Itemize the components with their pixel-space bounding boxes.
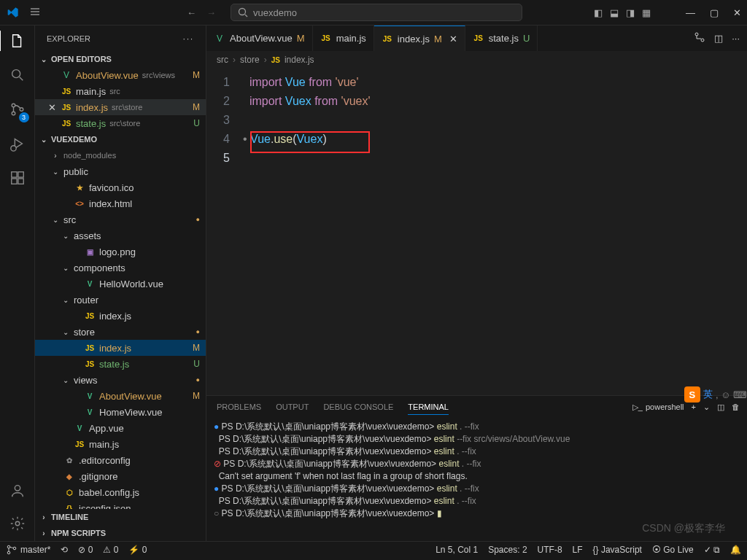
activity-debug-icon[interactable] [9,136,26,154]
editor-tab[interactable]: JSindex.js M✕ [374,26,465,51]
command-center[interactable]: vuexdemo [231,4,522,21]
status-prettier[interactable]: ✓ ⧉ [704,545,720,555]
watermark: CSDN @极客李华 [642,522,725,535]
search-icon [237,7,249,18]
open-editor-item[interactable]: VAboutView.vue src\viewsM [35,67,206,83]
status-bell-icon[interactable]: 🔔 [730,545,741,555]
editor-tab[interactable]: JSstate.js U [465,26,538,51]
activity-account-icon[interactable] [9,483,26,501]
open-editor-item[interactable]: JSstate.js src\storeU [35,115,206,131]
project-header[interactable]: ⌄VUEXDEMO [35,131,206,147]
svg-point-2 [12,104,15,107]
status-lang[interactable]: {} JavaScript [593,545,642,555]
file-tree-item[interactable]: JSindex.jsM [35,340,206,356]
file-tree-item[interactable]: ⌄public [35,163,206,179]
file-tree-item[interactable]: ⌄router [35,292,206,308]
status-warnings[interactable]: ⚠ 0 [103,545,118,555]
activity-extensions-icon[interactable] [9,170,26,188]
file-tree-item[interactable]: ⌄views● [35,372,206,388]
svg-point-10 [15,486,20,491]
activity-settings-icon[interactable] [9,516,26,534]
status-golive[interactable]: ⦿ Go Live [652,545,694,555]
status-encoding[interactable]: UTF-8 [538,545,562,555]
file-tree-item[interactable]: VApp.vue [35,420,206,436]
activity-search-icon[interactable] [9,67,26,85]
nav-back-icon[interactable]: ← [187,7,196,18]
file-tree-item[interactable]: ⬡babel.config.js [35,484,206,500]
svg-point-16 [13,547,16,550]
layout-customize-icon[interactable]: ▦ [642,7,651,18]
svg-rect-8 [18,179,23,184]
terminal-split-icon[interactable]: ◫ [717,402,724,412]
explorer-title: EXPLORER [47,34,90,43]
nav-forward-icon[interactable]: → [206,7,216,18]
window-close-icon[interactable]: ✕ [733,7,741,18]
file-tree-item[interactable]: ★favicon.ico [35,179,206,195]
svg-point-0 [239,9,246,15]
file-tree-item[interactable]: ⌄store● [35,324,206,340]
status-port[interactable]: ⚡ 0 [128,545,147,555]
svg-point-12 [695,33,698,36]
svg-point-4 [20,108,23,112]
activity-scm-icon[interactable]: 3 [9,101,26,120]
status-errors[interactable]: ⊘ 0 [78,545,93,555]
npm-scripts-header[interactable]: ›NPM SCRIPTS [35,525,206,541]
status-position[interactable]: Ln 5, Col 1 [436,545,478,555]
file-tree-item[interactable]: JSstate.jsU [35,356,206,372]
timeline-header[interactable]: ›TIMELINE [35,509,206,525]
file-tree-item[interactable]: ⌄assets [35,228,206,244]
status-sync[interactable]: ⟲ [61,545,68,555]
svg-point-5 [10,146,15,151]
terminal-trash-icon[interactable]: 🗑 [732,402,740,411]
tab-more-icon[interactable]: ··· [732,33,740,44]
file-tree-item[interactable]: ◆.gitignore [35,468,206,484]
open-editor-item[interactable]: ✕JSindex.js src\storeM [35,99,206,115]
compare-changes-icon[interactable] [694,31,705,45]
activity-explorer-icon[interactable] [9,33,26,51]
menu-icon[interactable] [29,6,41,20]
svg-point-15 [7,551,10,554]
file-tree-item[interactable]: VAboutView.vueM [35,388,206,404]
explorer-more-icon[interactable]: ··· [183,34,194,43]
svg-point-3 [12,112,15,115]
editor-tab[interactable]: VAboutView.vue M [206,26,313,51]
breadcrumb[interactable]: src› store› JSindex.js [206,51,747,69]
open-editor-item[interactable]: JSmain.js src [35,83,206,99]
window-maximize-icon[interactable]: ▢ [710,7,719,18]
layout-sidebar-right-icon[interactable]: ◨ [626,7,635,18]
file-tree-item[interactable]: VHomeView.vue [35,404,206,420]
status-branch[interactable]: master* [6,544,50,556]
editor-tab[interactable]: JSmain.js [313,26,374,51]
file-tree-item[interactable]: ✿.editorconfig [35,452,206,468]
ime-indicator[interactable]: S 英 , ☺ ⌨ [684,386,747,402]
code-editor[interactable]: 1 import Vue from 'vue' 2 import Vuex fr… [206,69,747,395]
terminal-dropdown-icon[interactable]: ⌄ [703,402,710,412]
status-eol[interactable]: LF [573,545,583,555]
svg-point-13 [701,39,704,42]
panel-tab[interactable]: DEBUG CONSOLE [323,400,393,414]
open-editors-header[interactable]: ⌄OPEN EDITORS [35,51,206,67]
layout-panel-icon[interactable]: ⬓ [610,7,619,18]
file-tree-item[interactable]: ⌄src● [35,211,206,228]
panel-tab[interactable]: PROBLEMS [217,400,261,414]
status-bar: master* ⟲ ⊘ 0 ⚠ 0 ⚡ 0 Ln 5, Col 1 Spaces… [0,541,747,557]
file-tree-item[interactable]: JSmain.js [35,436,206,452]
file-tree-item[interactable]: ⌄components [35,260,206,276]
panel-tab[interactable]: OUTPUT [276,400,309,414]
terminal-new-icon[interactable]: + [692,402,696,411]
file-tree-item[interactable]: JSindex.js [35,308,206,324]
layout-sidebar-left-icon[interactable]: ◧ [594,7,603,18]
highlight-annotation [250,131,370,153]
svg-point-1 [12,70,20,78]
terminal-profile-select[interactable]: ▷_powershell [632,402,684,412]
file-tree-item[interactable]: ▣logo.png [35,244,206,260]
split-editor-icon[interactable]: ◫ [714,33,723,44]
file-tree-item[interactable]: {}isconfig.ison [35,500,206,509]
status-spaces[interactable]: Spaces: 2 [488,545,527,555]
file-tree-item[interactable]: <>index.html [35,195,206,211]
file-tree-item[interactable]: ›node_modules [35,147,206,163]
scm-badge: 3 [19,112,29,122]
file-tree-item[interactable]: VHelloWorld.vue [35,276,206,292]
window-minimize-icon[interactable]: — [686,7,695,18]
panel-tab[interactable]: TERMINAL [408,400,449,415]
